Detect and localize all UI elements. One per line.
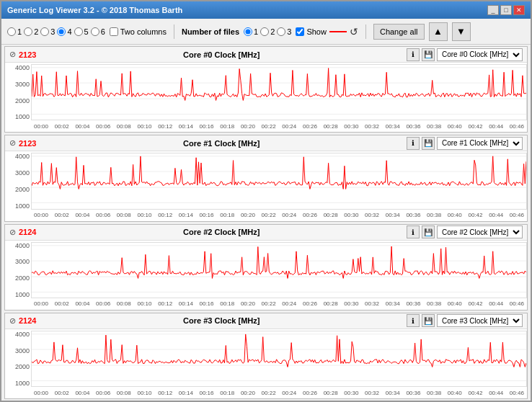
- x-axis-core2: 00:0000:0200:0400:0600:0800:1000:1200:14…: [31, 298, 527, 310]
- chart-panel-core3: ⊘ 2124 Core #3 Clock [MHz] ℹ 💾 Core #3 C…: [4, 313, 528, 399]
- chart-dropdown-core2[interactable]: Core #2 Clock [MHz]: [437, 225, 523, 238]
- radio-6[interactable]: 6: [91, 27, 105, 36]
- chart-save-btn-core0[interactable]: 💾: [422, 48, 435, 61]
- plot-area-core0: [31, 64, 527, 120]
- two-columns-checkbox[interactable]: Two columns: [110, 27, 167, 36]
- column-radio-group: 1 2 3 4 5 6: [7, 27, 105, 36]
- chart-title-core1: Core #1 Clock [MHz]: [36, 139, 407, 148]
- chart-value-core1: 2123: [19, 139, 36, 148]
- separator-1: [174, 24, 174, 39]
- down-arrow-button[interactable]: ▼: [452, 22, 471, 41]
- chart-body-core2: 4000 3000 2000 1000 00:0000:0200:0400:06…: [5, 241, 527, 310]
- chart-info-btn-core3[interactable]: ℹ: [407, 314, 420, 327]
- two-columns-label: Two columns: [120, 27, 167, 36]
- plot-area-core3: [31, 331, 527, 387]
- chart-save-btn-core2[interactable]: 💾: [422, 225, 435, 238]
- window-title: Generic Log Viewer 3.2 - © 2018 Thomas B…: [7, 6, 182, 14]
- red-line-icon: [329, 27, 347, 37]
- chart-header-core1: ⊘ 2123 Core #1 Clock [MHz] ℹ 💾 Core #1 C…: [5, 135, 527, 151]
- x-axis-core1: 00:0000:0200:0400:0600:0800:1000:1200:14…: [31, 210, 527, 221]
- y-axis-core3: 4000 3000 2000 1000: [5, 329, 31, 387]
- chart-controls-core3: ℹ 💾 Core #3 Clock [MHz]: [407, 314, 523, 327]
- chart-value-core0: 2123: [19, 50, 36, 59]
- num-files-1[interactable]: 1: [244, 27, 258, 36]
- x-axis-core0: 00:0000:0200:0400:0600:0800:1000:1200:14…: [31, 120, 527, 132]
- chart-save-btn-core3[interactable]: 💾: [422, 314, 435, 327]
- chart-header-core3: ⊘ 2124 Core #3 Clock [MHz] ℹ 💾 Core #3 C…: [5, 313, 527, 329]
- close-button[interactable]: ✕: [513, 5, 525, 15]
- show-checkbox[interactable]: Show: [296, 27, 327, 36]
- x-axis-core3: 00:0000:0200:0400:0600:0800:1000:1200:14…: [31, 387, 527, 398]
- main-window: Generic Log Viewer 3.2 - © 2018 Thomas B…: [0, 0, 532, 402]
- chart-info-btn-core1[interactable]: ℹ: [407, 137, 420, 150]
- show-label: Show: [306, 27, 327, 36]
- chart-dropdown-core0[interactable]: Core #0 Clock [MHz]: [437, 48, 523, 61]
- phi-icon-core3: ⊘: [9, 316, 16, 326]
- chart-body-core0: 4000 3000 2000 1000 00:0000:0200:0400:06…: [5, 63, 527, 132]
- chart-controls-core2: ℹ 💾 Core #2 Clock [MHz]: [407, 225, 523, 238]
- radio-3[interactable]: 3: [40, 27, 55, 36]
- window-controls: _ □ ✕: [487, 5, 525, 15]
- chart-value-core3: 2124: [19, 316, 36, 325]
- chart-panel-core2: ⊘ 2124 Core #2 Clock [MHz] ℹ 💾 Core #2 C…: [4, 224, 528, 311]
- radio-2[interactable]: 2: [24, 27, 38, 36]
- chart-dropdown-core1[interactable]: Core #1 Clock [MHz]: [437, 137, 523, 150]
- phi-icon-core0: ⊘: [9, 50, 16, 59]
- plot-area-core1: [31, 153, 527, 209]
- plot-area-core2: [31, 242, 527, 298]
- chart-value-core2: 2124: [19, 228, 36, 236]
- chart-info-btn-core2[interactable]: ℹ: [407, 225, 420, 238]
- y-axis-core0: 4000 3000 2000 1000: [5, 63, 31, 120]
- minimize-button[interactable]: _: [487, 5, 499, 15]
- show-group: Show ↺: [296, 26, 358, 37]
- chart-body-core3: 4000 3000 2000 1000 00:0000:0200:0400:06…: [5, 329, 527, 398]
- maximize-button[interactable]: □: [500, 5, 512, 15]
- refresh-icon[interactable]: ↺: [350, 26, 358, 37]
- chart-controls-core0: ℹ 💾 Core #0 Clock [MHz]: [407, 48, 523, 61]
- chart-header-core0: ⊘ 2123 Core #0 Clock [MHz] ℹ 💾 Core #0 C…: [5, 47, 527, 63]
- radio-1[interactable]: 1: [7, 27, 22, 36]
- chart-info-btn-core0[interactable]: ℹ: [407, 48, 420, 61]
- num-files-3[interactable]: 3: [277, 27, 291, 36]
- title-bar: Generic Log Viewer 3.2 - © 2018 Thomas B…: [1, 1, 531, 19]
- chart-title-core2: Core #2 Clock [MHz]: [36, 228, 407, 236]
- num-files-group: 1 2 3: [244, 27, 291, 36]
- chart-panel-core1: ⊘ 2123 Core #1 Clock [MHz] ℹ 💾 Core #1 C…: [4, 135, 528, 221]
- toolbar: 1 2 3 4 5 6 Two columns Numb: [1, 19, 531, 45]
- chart-panel-core0: ⊘ 2123 Core #0 Clock [MHz] ℹ 💾 Core #0 C…: [4, 46, 528, 133]
- chart-body-core1: 4000 3000 2000 1000 00:0000:0200:0400:06…: [5, 151, 527, 220]
- chart-title-core3: Core #3 Clock [MHz]: [36, 316, 407, 325]
- charts-container: ⊘ 2123 Core #0 Clock [MHz] ℹ 💾 Core #0 C…: [1, 45, 531, 401]
- phi-icon-core2: ⊘: [9, 228, 16, 237]
- phi-icon-core1: ⊘: [9, 138, 16, 148]
- y-axis-core2: 4000 3000 2000 1000: [5, 241, 31, 298]
- chart-title-core0: Core #0 Clock [MHz]: [36, 50, 407, 59]
- chart-header-core2: ⊘ 2124 Core #2 Clock [MHz] ℹ 💾 Core #2 C…: [5, 225, 527, 241]
- y-axis-core1: 4000 3000 2000 1000: [5, 151, 31, 209]
- change-all-button[interactable]: Change all: [373, 24, 425, 40]
- chart-dropdown-core3[interactable]: Core #3 Clock [MHz]: [437, 314, 523, 327]
- chart-save-btn-core1[interactable]: 💾: [422, 137, 435, 150]
- chart-controls-core1: ℹ 💾 Core #1 Clock [MHz]: [407, 137, 523, 150]
- up-arrow-button[interactable]: ▲: [429, 22, 448, 41]
- radio-5[interactable]: 5: [74, 27, 89, 36]
- num-files-2[interactable]: 2: [260, 27, 275, 36]
- radio-4[interactable]: 4: [57, 27, 71, 36]
- num-files-label: Number of files: [182, 27, 239, 36]
- separator-2: [365, 24, 366, 39]
